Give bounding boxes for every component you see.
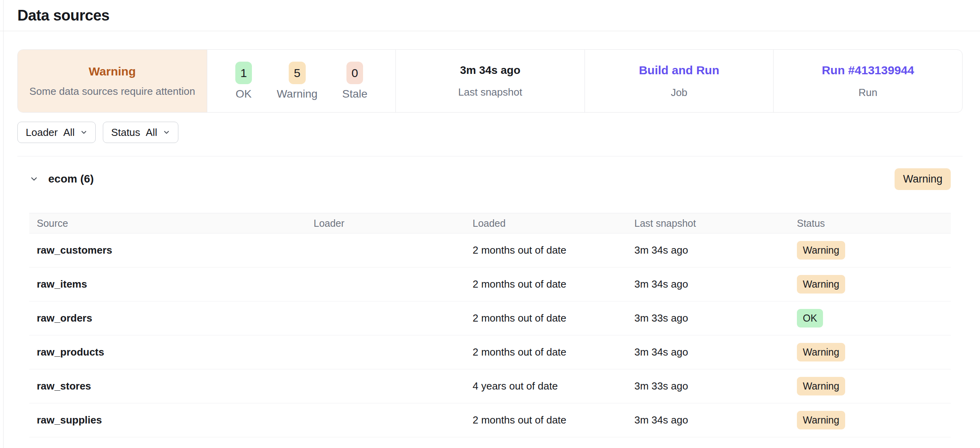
data-sources-table: Source Loader Loaded Last snapshot Statu…	[29, 213, 951, 437]
status-cell: Warning	[797, 275, 951, 294]
source-cell: raw_products	[37, 346, 314, 358]
status-badge: Warning	[797, 275, 845, 294]
chevron-down-icon	[80, 129, 87, 136]
last-snapshot-value: 3m 34s ago	[460, 64, 520, 77]
filter-bar: Loader All Status All	[17, 122, 980, 143]
stat-ok: 1 OK	[235, 62, 252, 100]
last-snapshot-cell: 3m 34s ago	[634, 244, 797, 256]
status-badge: OK	[797, 309, 823, 328]
group-status-badge: Warning	[895, 168, 951, 190]
loaded-cell: 2 months out of date	[473, 312, 634, 324]
panel-left-border	[3, 0, 4, 448]
run-cell: Run #413139944 Run	[773, 50, 962, 112]
status-badge: Warning	[797, 241, 845, 260]
group-header-ecom[interactable]: ecom (6) Warning	[29, 168, 951, 190]
column-header-status: Status	[797, 218, 951, 229]
table-row[interactable]: raw_products 2 months out of date 3m 34s…	[29, 335, 951, 369]
ok-count-label: OK	[236, 88, 252, 100]
warning-count-badge: 5	[289, 62, 306, 84]
last-snapshot-cell: 3m 34s ago	[634, 414, 797, 426]
data-sources-page: Data sources Warning Some data sources r…	[0, 0, 980, 448]
status-cell: Warning	[797, 377, 951, 395]
loaded-cell: 2 months out of date	[473, 278, 634, 290]
table-row[interactable]: raw_stores 4 years out of date 3m 33s ag…	[29, 369, 951, 403]
table-row[interactable]: raw_orders 2 months out of date 3m 33s a…	[29, 301, 951, 335]
last-snapshot-cell: 3m 33s ago	[634, 312, 797, 324]
job-cell: Build and Run Job	[585, 50, 774, 112]
stale-count-label: Stale	[342, 88, 367, 100]
column-header-loaded: Loaded	[473, 218, 634, 229]
warning-count-label: Warning	[277, 88, 318, 100]
status-filter-label: Status	[111, 126, 140, 139]
loader-filter-value: All	[63, 126, 75, 139]
run-label: Run	[859, 87, 878, 99]
summary-card: Warning Some data sources require attent…	[17, 49, 963, 113]
filters-divider	[17, 156, 963, 156]
chevron-down-icon	[163, 129, 170, 136]
loaded-cell: 2 months out of date	[473, 414, 634, 426]
column-header-last-snapshot: Last snapshot	[634, 218, 797, 229]
table-header-row: Source Loader Loaded Last snapshot Statu…	[29, 213, 951, 233]
last-snapshot-cell: 3m 34s ago	[634, 278, 797, 290]
overall-status-subtitle: Some data sources require attention	[29, 85, 195, 98]
loaded-cell: 2 months out of date	[473, 346, 634, 358]
stat-stale: 0 Stale	[342, 62, 367, 100]
source-cell: raw_supplies	[37, 414, 314, 426]
overall-status-title: Warning	[89, 65, 136, 78]
status-cell: Warning	[797, 411, 951, 429]
table-row[interactable]: raw_customers 2 months out of date 3m 34…	[29, 233, 951, 267]
job-link[interactable]: Build and Run	[639, 64, 719, 77]
run-link[interactable]: Run #413139944	[822, 64, 914, 77]
table-row[interactable]: raw_supplies 2 months out of date 3m 34s…	[29, 403, 951, 437]
column-header-loader: Loader	[314, 218, 473, 229]
status-badge: Warning	[797, 343, 845, 361]
loaded-cell: 2 months out of date	[473, 244, 634, 256]
loader-filter-label: Loader	[26, 126, 58, 139]
status-cell: Warning	[797, 241, 951, 260]
column-header-source: Source	[37, 218, 314, 229]
chevron-down-icon	[29, 174, 39, 184]
loader-filter-dropdown[interactable]: Loader All	[17, 122, 96, 143]
status-filter-dropdown[interactable]: Status All	[103, 122, 178, 143]
job-label: Job	[671, 87, 687, 99]
source-cell: raw_orders	[37, 312, 314, 324]
status-cell: Warning	[797, 343, 951, 361]
status-counts-cell: 1 OK 5 Warning 0 Stale	[207, 50, 396, 112]
last-snapshot-cell: 3m 34s ago	[634, 346, 797, 358]
page-title: Data sources	[17, 7, 110, 24]
page-header: Data sources	[0, 0, 980, 31]
source-cell: raw_customers	[37, 244, 314, 256]
status-badge: Warning	[797, 411, 845, 429]
last-snapshot-cell: 3m 34s ago Last snapshot	[395, 50, 585, 112]
status-cell: OK	[797, 309, 951, 328]
status-badge: Warning	[797, 377, 845, 395]
loaded-cell: 4 years out of date	[473, 380, 634, 392]
source-cell: raw_items	[37, 278, 314, 290]
ok-count-badge: 1	[235, 62, 252, 84]
source-cell: raw_stores	[37, 380, 314, 392]
stale-count-badge: 0	[346, 62, 363, 84]
overall-status-cell: Warning Some data sources require attent…	[18, 50, 207, 112]
stat-warning: 5 Warning	[277, 62, 318, 100]
status-filter-value: All	[146, 126, 157, 139]
last-snapshot-label: Last snapshot	[458, 86, 522, 98]
table-row[interactable]: raw_items 2 months out of date 3m 34s ag…	[29, 267, 951, 301]
last-snapshot-cell: 3m 33s ago	[634, 380, 797, 392]
group-name: ecom (6)	[48, 173, 895, 185]
